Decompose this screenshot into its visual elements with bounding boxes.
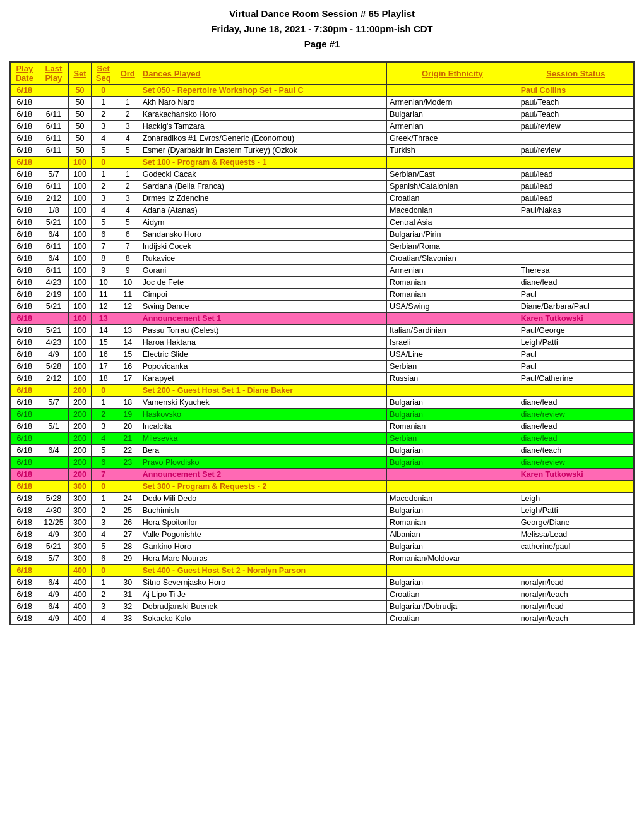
playlist-table: Play Date Last Play Set Set Seq Ord Danc… (9, 61, 635, 626)
table-row: 6/186/115022Karakachansko HoroBulgarianp… (10, 109, 634, 121)
table-row: 6/186/410066Sandansko HoroBulgarian/Piri… (10, 229, 634, 241)
header-set-seq: Set Seq (91, 62, 116, 85)
table-row: 6/185/710011Godecki CacakSerbian/Eastpau… (10, 169, 634, 181)
table-row: 6/181000Set 100 - Program & Requests - 1 (10, 157, 634, 169)
table-row: 6/185/1200320IncalcitaRomaniandiane/lead (10, 421, 634, 433)
table-row: 6/186/1110022Sardana (Bella Franca)Spani… (10, 181, 634, 193)
table-row: 6/186/4400332Dobrudjanski BuenekBulgaria… (10, 601, 634, 613)
table-row: 6/186/115044Zonaradikos #1 Evros/Generic… (10, 133, 634, 145)
page-title: Virtual Dance Room Session # 65 Playlist… (9, 6, 635, 52)
table-row: 6/185/2110055AidymCentral Asia (10, 217, 634, 229)
table-row: 6/182/1210033Drmes Iz ZdencineCroatianpa… (10, 193, 634, 205)
table-row: 6/184/9400433Sokacko KoloCroatiannoralyn… (10, 613, 634, 626)
table-row: 6/185/21300528Gankino HoroBulgariancathe… (10, 541, 634, 553)
table-row: 6/186/1110077Indijski CocekSerbian/Roma (10, 241, 634, 253)
table-row: 6/181/810044Adana (Atanas)MacedonianPaul… (10, 205, 634, 217)
header-session-status: Session Status (518, 62, 634, 85)
table-row: 6/186/410088RukaviceCroatian/Slavonian (10, 253, 634, 265)
table-row: 6/18500Set 050 - Repertoire Workshop Set… (10, 85, 634, 97)
table-row: 6/186/115033Hackig's TamzaraArmenianpaul… (10, 121, 634, 133)
table-row: 6/185/7200118Varnenski KyuchekBulgariand… (10, 397, 634, 409)
table-row: 6/182/121001817KarapyetRussianPaul/Cathe… (10, 373, 634, 385)
header-play-date: Play Date (10, 62, 39, 85)
table-row: 6/185/211001212Swing DanceUSA/SwingDiane… (10, 301, 634, 313)
table-row: 6/18200421MilesevkaSerbiandiane/lead (10, 433, 634, 445)
table-row: 6/184000Set 400 - Guest Host Set 2 - Nor… (10, 565, 634, 577)
table-row: 6/183000Set 300 - Program & Requests - 2 (10, 481, 634, 493)
table-row: 6/185/281001716PopovicankaSerbianPaul (10, 361, 634, 373)
table-row: 6/185/211001413Passu Torrau (Celest)Ital… (10, 325, 634, 337)
table-row: 6/185/7300629Hora Mare NourasRomanian/Mo… (10, 553, 634, 565)
table-row: 6/184/231001010Joc de FeteRomaniandiane/… (10, 277, 634, 289)
table-row: 6/185011Akh Naro NaroArmenian/Modernpaul… (10, 97, 634, 109)
table-row: 6/184/9300427Valle PogonishteAlbanianMel… (10, 529, 634, 541)
header-last-play: Last Play (39, 62, 69, 85)
table-row: 6/1810013Announcement Set 1Karen Tutkows… (10, 313, 634, 325)
table-row: 6/1812/25300326Hora SpoitorilorRomanianG… (10, 517, 634, 529)
header-set: Set (69, 62, 91, 85)
table-row: 6/182/191001111CimpoiRomanianPaul (10, 289, 634, 301)
table-row: 6/186/4200522BeraBulgariandiane/teach (10, 445, 634, 457)
table-row: 6/184/231001514Haroa HaktanaIsraeliLeigh… (10, 337, 634, 349)
table-row: 6/185/28300124Dedo Mili DedoMacedonianLe… (10, 493, 634, 505)
table-row: 6/184/30300225BuchimishBulgarianLeigh/Pa… (10, 505, 634, 517)
table-row: 6/182007Announcement Set 2Karen Tutkowsk… (10, 469, 634, 481)
table-row: 6/182000Set 200 - Guest Host Set 1 - Dia… (10, 385, 634, 397)
table-row: 6/18200623Pravo PlovdiskoBulgariandiane/… (10, 457, 634, 469)
table-row: 6/18200219HaskovskoBulgariandiane/review (10, 409, 634, 421)
header-ord: Ord (116, 62, 140, 85)
table-row: 6/184/91001615Electric SlideUSA/LinePaul (10, 349, 634, 361)
table-row: 6/186/115055Esmer (Dyarbakir in Eastern … (10, 145, 634, 157)
table-row: 6/184/9400231Aj Lipo Ti JeCroatiannoraly… (10, 589, 634, 601)
table-row: 6/186/1110099GoraniArmenianTheresa (10, 265, 634, 277)
header-origin-ethnicity: Origin Ethnicity (387, 62, 518, 85)
table-row: 6/186/4400130Sitno Severnjasko HoroBulga… (10, 577, 634, 589)
header-dances-played: Dances Played (140, 62, 386, 85)
